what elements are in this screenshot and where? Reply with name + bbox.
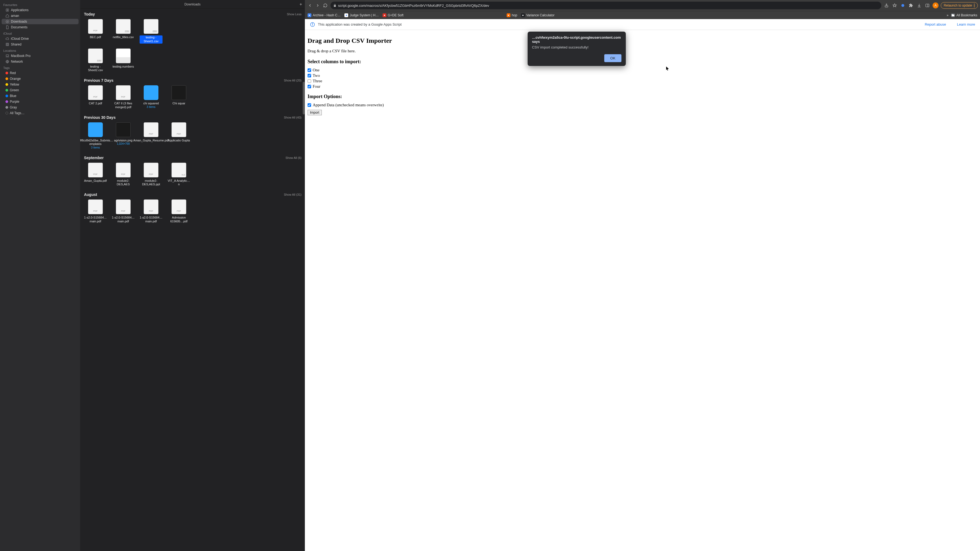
bookmark-star-button[interactable]	[892, 2, 898, 8]
section-title: Today	[84, 12, 95, 16]
file-item[interactable]: testing - Sheet1.csv	[140, 19, 162, 44]
file-item[interactable]: CAT II (3 files merged).pdf	[112, 85, 135, 109]
file-item[interactable]: Applicatio Gupta	[167, 122, 190, 149]
file-name: CAT 2.pdf	[89, 102, 102, 105]
drop-zone-text[interactable]: Drag & drop a CSV file here.	[307, 49, 977, 53]
sidebar-item-downloads[interactable]: Downloads	[2, 19, 78, 24]
file-item[interactable]: module2-DES,AES.ppt	[140, 163, 162, 187]
forward-button[interactable]	[315, 2, 321, 8]
sidebar-tag-orange[interactable]: Orange	[2, 76, 78, 81]
sidebar-tag-green[interactable]: Green	[2, 87, 78, 93]
column-checkbox-2[interactable]	[307, 79, 311, 83]
section-show-all[interactable]: Show All (43)	[284, 116, 302, 119]
bookmark-item[interactable]: ●Archive - Hash C…	[307, 13, 341, 17]
import-button[interactable]: Import	[307, 110, 322, 115]
file-name: testing.numbers	[113, 65, 134, 69]
sidebar-item-label: Blue	[10, 94, 16, 98]
bookmarks-overflow[interactable]: »	[947, 13, 949, 17]
file-thumbnail	[88, 163, 103, 178]
tag-dot-icon	[5, 112, 8, 114]
append-label[interactable]: Append Data (unchecked means overwrite)	[313, 103, 384, 107]
file-item[interactable]: Chi squar	[167, 85, 190, 109]
file-thumbnail	[88, 19, 103, 34]
sidebar-item-iclouddrive[interactable]: iCloud Drive	[2, 36, 78, 41]
column-checkbox-0[interactable]	[307, 68, 311, 72]
section-show-all[interactable]: Show All (31)	[284, 193, 302, 196]
columns-heading: Select columns to import:	[307, 59, 977, 65]
file-item[interactable]: testing.numbers	[112, 49, 135, 73]
app-icon	[5, 8, 9, 12]
column-checkbox-1[interactable]	[307, 74, 311, 78]
file-item[interactable]: module2-DES,AES	[112, 163, 135, 187]
file-item[interactable]: Admission 615605…pdf	[167, 200, 190, 224]
new-tab-button[interactable]: +	[299, 2, 302, 7]
file-item[interactable]: agrivision.png1,024×768	[112, 122, 135, 149]
file-item[interactable]: testing - Sheet2.csv	[84, 49, 107, 73]
file-item[interactable]: 1-s2.0-S15684…main.pdf	[140, 200, 162, 224]
extension-icon-1[interactable]	[900, 2, 906, 8]
downloads-button[interactable]	[916, 2, 922, 8]
bookmark-item[interactable]: ●hop	[507, 13, 517, 17]
file-thumbnail	[172, 85, 186, 100]
sidebar-item-macbookpro[interactable]: MacBook Pro	[2, 53, 78, 59]
section-show-all[interactable]: Show All (6)	[285, 156, 302, 159]
file-item[interactable]: VIT_A Analytic…n	[167, 163, 190, 187]
file-name: netflix_titles.csv	[113, 35, 134, 39]
file-item[interactable]: 1-s2.0-S15684…main.pdf	[112, 200, 135, 224]
finder-tab-title[interactable]: Downloads	[185, 2, 200, 6]
append-checkbox[interactable]	[307, 103, 311, 107]
sidebar-item-applications[interactable]: Applications	[2, 7, 78, 13]
sidebar-item-documents[interactable]: Documents	[2, 24, 78, 30]
bookmark-label: Archive - Hash C…	[313, 13, 341, 17]
bookmark-item[interactable]: ●Variance Calculator	[521, 13, 555, 17]
all-bookmarks-button[interactable]: All Bookmarks	[951, 13, 977, 17]
sidebar-tag-blue[interactable]: Blue	[2, 93, 78, 98]
file-item[interactable]: 1-s2.0-S15684…main.pdf	[84, 200, 107, 224]
sidebar-item-network[interactable]: Network	[2, 59, 78, 64]
file-item[interactable]: chi squared3 items	[140, 85, 162, 109]
section-show-all[interactable]: Show Less	[287, 13, 302, 16]
tag-dot-icon	[5, 95, 8, 97]
extensions-button[interactable]	[908, 2, 914, 8]
share-button[interactable]	[883, 2, 889, 8]
finder-content[interactable]: TodayShow LessBEC.pdfnetflix_titles.csvt…	[80, 9, 305, 551]
file-item[interactable]: CAT 2.pdf	[84, 85, 107, 109]
column-checkbox-3[interactable]	[307, 85, 311, 88]
column-label[interactable]: Four	[313, 84, 320, 89]
sidebar-item-label: iCloud Drive	[11, 37, 29, 41]
dialog-ok-button[interactable]: OK	[604, 54, 621, 62]
sidebar-tag-purple[interactable]: Purple	[2, 99, 78, 104]
all-bookmarks-label: All Bookmarks	[956, 13, 977, 17]
relaunch-button[interactable]: Relaunch to update	[941, 2, 978, 9]
bookmark-item[interactable]: ●Judge System | H…	[344, 13, 379, 17]
sidebar-group-icloud: iCloud	[0, 30, 80, 36]
file-item[interactable]: Aman_Gupta.pdf	[84, 163, 107, 187]
back-button[interactable]	[307, 2, 313, 8]
scrollbar-thumb[interactable]	[303, 82, 305, 114]
sidebar-tag-yellow[interactable]: Yellow	[2, 82, 78, 87]
file-item[interactable]: 64f6cd9d2a5be_Submis…emplates3 items	[84, 122, 107, 149]
side-panel-button[interactable]	[924, 2, 931, 8]
address-bar[interactable]: script.google.com/macros/s/AKfycbw51ZGbH…	[331, 2, 881, 9]
file-item[interactable]: Aman_Gupta_Resume.pdf	[140, 122, 162, 149]
sidebar-tag-alltags[interactable]: All Tags…	[2, 110, 78, 116]
file-name: module2-DES,AES.ppt	[140, 179, 162, 187]
svg-rect-3	[6, 55, 8, 56]
sidebar-tag-red[interactable]: Red	[2, 70, 78, 76]
column-label[interactable]: Two	[313, 73, 320, 78]
reload-button[interactable]	[322, 2, 328, 8]
report-abuse-link[interactable]: Report abuse	[924, 22, 946, 27]
file-item[interactable]: netflix_titles.csv	[112, 19, 135, 44]
toolbar-right: A Relaunch to update	[883, 2, 978, 9]
sidebar-tag-gray[interactable]: Gray	[2, 105, 78, 110]
section-show-all[interactable]: Show All (20)	[284, 79, 302, 82]
file-item[interactable]: BEC.pdf	[84, 19, 107, 44]
sidebar-item-shared[interactable]: Shared	[2, 42, 78, 47]
column-label[interactable]: Three	[313, 79, 322, 83]
column-label[interactable]: One	[313, 68, 320, 73]
bookmark-item[interactable]: ●G+DE Soft	[383, 13, 404, 17]
profile-avatar[interactable]: A	[932, 2, 939, 8]
sidebar-item-aman[interactable]: aman	[2, 13, 78, 19]
learn-more-link[interactable]: Learn more	[957, 22, 975, 27]
file-thumbnail	[116, 19, 130, 34]
